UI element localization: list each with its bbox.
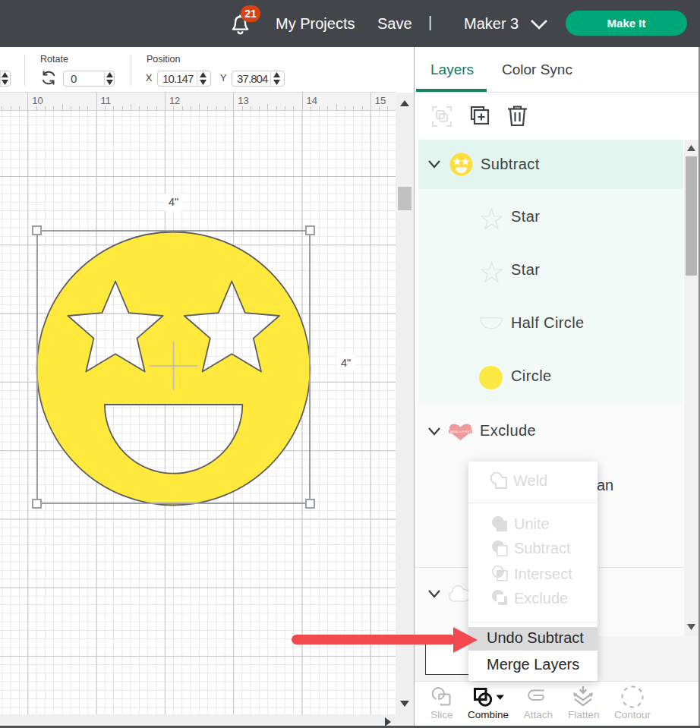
- svg-text:AHEAD ♦ EVENT: AHEAD ♦ EVENT: [449, 430, 471, 433]
